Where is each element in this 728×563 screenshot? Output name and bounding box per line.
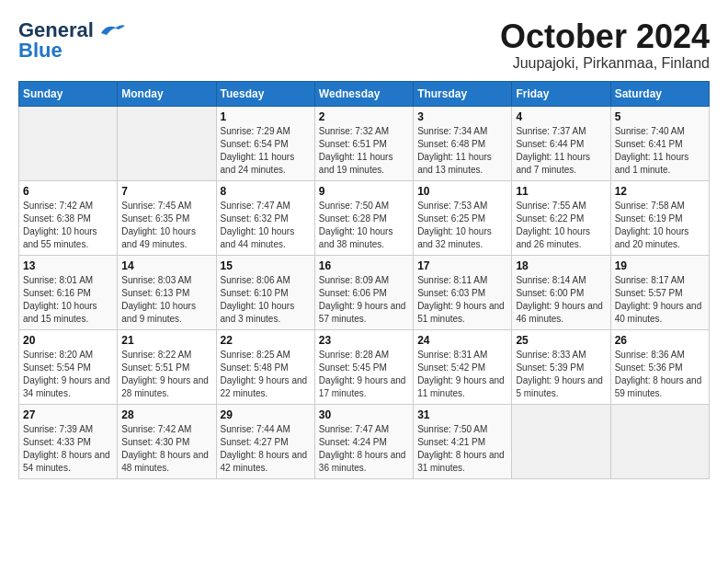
day-number: 1 [221, 110, 311, 123]
day-detail: Sunrise: 7:55 AM Sunset: 6:22 PM Dayligh… [516, 200, 606, 251]
day-detail: Sunrise: 7:32 AM Sunset: 6:51 PM Dayligh… [319, 125, 409, 177]
day-number: 20 [23, 334, 113, 347]
day-number: 19 [615, 259, 705, 272]
day-number: 23 [319, 334, 409, 347]
calendar-cell: 16Sunrise: 8:09 AM Sunset: 6:06 PM Dayli… [314, 255, 413, 329]
calendar-header-monday: Monday [118, 81, 216, 106]
calendar-cell: 2Sunrise: 7:32 AM Sunset: 6:51 PM Daylig… [314, 106, 413, 180]
calendar-cell: 7Sunrise: 7:45 AM Sunset: 6:35 PM Daylig… [118, 180, 216, 255]
day-detail: Sunrise: 7:42 AM Sunset: 4:30 PM Dayligh… [121, 423, 211, 475]
day-detail: Sunrise: 7:29 AM Sunset: 6:54 PM Dayligh… [221, 125, 311, 177]
calendar-cell: 25Sunrise: 8:33 AM Sunset: 5:39 PM Dayli… [512, 329, 610, 404]
calendar-cell: 22Sunrise: 8:25 AM Sunset: 5:48 PM Dayli… [216, 329, 314, 404]
day-detail: Sunrise: 8:22 AM Sunset: 5:51 PM Dayligh… [121, 349, 211, 400]
day-detail: Sunrise: 8:20 AM Sunset: 5:54 PM Dayligh… [23, 349, 113, 400]
calendar-cell: 31Sunrise: 7:50 AM Sunset: 4:21 PM Dayli… [414, 404, 512, 478]
calendar-header-row: SundayMondayTuesdayWednesdayThursdayFrid… [19, 81, 710, 106]
day-detail: Sunrise: 7:53 AM Sunset: 6:25 PM Dayligh… [417, 200, 507, 251]
calendar-cell: 9Sunrise: 7:50 AM Sunset: 6:28 PM Daylig… [314, 180, 413, 255]
day-number: 17 [417, 259, 507, 272]
calendar-week-row: 27Sunrise: 7:39 AM Sunset: 4:33 PM Dayli… [19, 404, 710, 478]
calendar-cell: 12Sunrise: 7:58 AM Sunset: 6:19 PM Dayli… [610, 180, 709, 255]
day-number: 31 [417, 408, 507, 421]
title-area: October 2024 Juupajoki, Pirkanmaa, Finla… [500, 18, 710, 72]
day-detail: Sunrise: 7:58 AM Sunset: 6:19 PM Dayligh… [615, 200, 705, 251]
calendar-cell: 19Sunrise: 8:17 AM Sunset: 5:57 PM Dayli… [610, 255, 709, 329]
day-detail: Sunrise: 7:50 AM Sunset: 6:28 PM Dayligh… [319, 200, 409, 251]
day-number: 29 [221, 408, 311, 421]
calendar-header-friday: Friday [512, 81, 610, 106]
calendar-cell: 4Sunrise: 7:37 AM Sunset: 6:44 PM Daylig… [512, 106, 610, 180]
calendar-cell: 24Sunrise: 8:31 AM Sunset: 5:42 PM Dayli… [414, 329, 512, 404]
day-number: 13 [23, 259, 113, 272]
calendar-cell: 5Sunrise: 7:40 AM Sunset: 6:41 PM Daylig… [610, 106, 709, 180]
page-subtitle: Juupajoki, Pirkanmaa, Finland [500, 55, 710, 72]
calendar-cell: 28Sunrise: 7:42 AM Sunset: 4:30 PM Dayli… [118, 404, 216, 478]
day-number: 21 [121, 334, 211, 347]
calendar-cell [19, 106, 118, 180]
day-detail: Sunrise: 8:06 AM Sunset: 6:10 PM Dayligh… [221, 274, 311, 326]
day-number: 26 [615, 334, 705, 347]
day-number: 28 [121, 408, 211, 421]
calendar-header-sunday: Sunday [19, 81, 118, 106]
calendar-cell: 11Sunrise: 7:55 AM Sunset: 6:22 PM Dayli… [512, 180, 610, 255]
day-detail: Sunrise: 8:03 AM Sunset: 6:13 PM Dayligh… [121, 274, 211, 326]
calendar-header-saturday: Saturday [610, 81, 709, 106]
day-detail: Sunrise: 7:40 AM Sunset: 6:41 PM Dayligh… [615, 125, 705, 177]
logo-bird-icon [97, 20, 127, 40]
calendar-cell: 21Sunrise: 8:22 AM Sunset: 5:51 PM Dayli… [118, 329, 216, 404]
calendar-table: SundayMondayTuesdayWednesdayThursdayFrid… [18, 81, 710, 479]
calendar-cell: 27Sunrise: 7:39 AM Sunset: 4:33 PM Dayli… [19, 404, 118, 478]
calendar-cell: 8Sunrise: 7:47 AM Sunset: 6:32 PM Daylig… [216, 180, 314, 255]
calendar-cell: 29Sunrise: 7:44 AM Sunset: 4:27 PM Dayli… [216, 404, 314, 478]
day-number: 6 [23, 185, 113, 198]
calendar-cell: 20Sunrise: 8:20 AM Sunset: 5:54 PM Dayli… [19, 329, 118, 404]
day-number: 11 [516, 185, 606, 198]
day-detail: Sunrise: 7:44 AM Sunset: 4:27 PM Dayligh… [221, 423, 311, 475]
calendar-cell [512, 404, 610, 478]
day-detail: Sunrise: 8:33 AM Sunset: 5:39 PM Dayligh… [516, 349, 606, 400]
calendar-week-row: 1Sunrise: 7:29 AM Sunset: 6:54 PM Daylig… [19, 106, 710, 180]
day-number: 4 [516, 110, 606, 123]
day-detail: Sunrise: 7:45 AM Sunset: 6:35 PM Dayligh… [121, 200, 211, 251]
calendar-header-thursday: Thursday [414, 81, 512, 106]
day-number: 5 [615, 110, 705, 123]
day-detail: Sunrise: 8:31 AM Sunset: 5:42 PM Dayligh… [417, 349, 507, 400]
day-number: 10 [417, 185, 507, 198]
header: General Blue October 2024 Juupajoki, Pir… [18, 18, 710, 72]
day-detail: Sunrise: 8:01 AM Sunset: 6:16 PM Dayligh… [23, 274, 113, 326]
day-detail: Sunrise: 7:47 AM Sunset: 6:32 PM Dayligh… [221, 200, 311, 251]
day-number: 22 [221, 334, 311, 347]
day-number: 9 [319, 185, 409, 198]
calendar-cell: 10Sunrise: 7:53 AM Sunset: 6:25 PM Dayli… [414, 180, 512, 255]
day-detail: Sunrise: 8:17 AM Sunset: 5:57 PM Dayligh… [615, 274, 705, 326]
calendar-week-row: 13Sunrise: 8:01 AM Sunset: 6:16 PM Dayli… [19, 255, 710, 329]
calendar-week-row: 6Sunrise: 7:42 AM Sunset: 6:38 PM Daylig… [19, 180, 710, 255]
calendar-week-row: 20Sunrise: 8:20 AM Sunset: 5:54 PM Dayli… [19, 329, 710, 404]
calendar-cell: 1Sunrise: 7:29 AM Sunset: 6:54 PM Daylig… [216, 106, 314, 180]
day-number: 15 [221, 259, 311, 272]
day-detail: Sunrise: 8:14 AM Sunset: 6:00 PM Dayligh… [516, 274, 606, 326]
day-number: 24 [417, 334, 507, 347]
calendar-cell: 14Sunrise: 8:03 AM Sunset: 6:13 PM Dayli… [118, 255, 216, 329]
calendar-cell: 30Sunrise: 7:47 AM Sunset: 4:24 PM Dayli… [314, 404, 413, 478]
day-detail: Sunrise: 8:11 AM Sunset: 6:03 PM Dayligh… [417, 274, 507, 326]
calendar-cell: 18Sunrise: 8:14 AM Sunset: 6:00 PM Dayli… [512, 255, 610, 329]
day-detail: Sunrise: 8:28 AM Sunset: 5:45 PM Dayligh… [319, 349, 409, 400]
calendar-cell: 6Sunrise: 7:42 AM Sunset: 6:38 PM Daylig… [19, 180, 118, 255]
calendar-cell: 26Sunrise: 8:36 AM Sunset: 5:36 PM Dayli… [610, 329, 709, 404]
day-number: 30 [319, 408, 409, 421]
calendar-header-wednesday: Wednesday [314, 81, 413, 106]
day-detail: Sunrise: 7:50 AM Sunset: 4:21 PM Dayligh… [417, 423, 507, 475]
page-title: October 2024 [500, 18, 710, 55]
day-detail: Sunrise: 8:25 AM Sunset: 5:48 PM Dayligh… [221, 349, 311, 400]
day-detail: Sunrise: 8:36 AM Sunset: 5:36 PM Dayligh… [615, 349, 705, 400]
calendar-cell: 17Sunrise: 8:11 AM Sunset: 6:03 PM Dayli… [414, 255, 512, 329]
calendar-cell: 23Sunrise: 8:28 AM Sunset: 5:45 PM Dayli… [314, 329, 413, 404]
day-number: 7 [121, 185, 211, 198]
day-detail: Sunrise: 7:34 AM Sunset: 6:48 PM Dayligh… [417, 125, 507, 177]
logo-text-blue: Blue [18, 39, 63, 63]
logo: General Blue [18, 18, 127, 63]
day-detail: Sunrise: 7:42 AM Sunset: 6:38 PM Dayligh… [23, 200, 113, 251]
day-number: 25 [516, 334, 606, 347]
